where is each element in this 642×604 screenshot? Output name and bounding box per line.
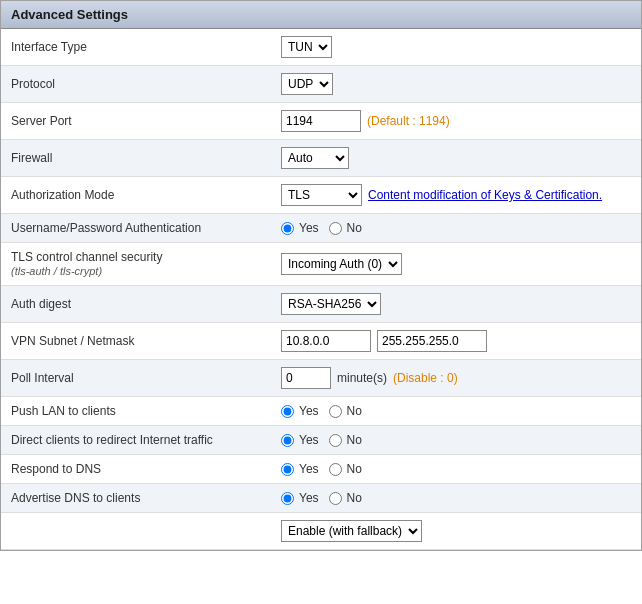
table-row: Username/Password AuthenticationYesNo <box>1 214 641 243</box>
label-server-port: Server Port <box>1 103 271 140</box>
value-last-setting: Enable (with fallback)DisableEnable <box>271 513 641 550</box>
radio-push-lan-no[interactable] <box>329 405 342 418</box>
value-authorization-mode: TLSStatic KeyNoneContent modification of… <box>271 177 641 214</box>
input-server-port[interactable] <box>281 110 361 132</box>
value-auth-digest: RSA-SHA256SHA1SHA256SHA512 <box>271 286 641 323</box>
table-row: Respond to DNSYesNo <box>1 455 641 484</box>
table-row: TLS control channel security(tls-auth / … <box>1 243 641 286</box>
value-interface-type: TUNTAP <box>271 29 641 66</box>
radio-redirect-internet-no[interactable] <box>329 434 342 447</box>
label-poll-interval: Poll Interval <box>1 360 271 397</box>
table-row: VPN Subnet / Netmask <box>1 323 641 360</box>
radio-label-push-lan-yes[interactable]: Yes <box>281 404 319 418</box>
label-authorization-mode: Authorization Mode <box>1 177 271 214</box>
value-advertise-dns: YesNo <box>271 484 641 513</box>
label-advertise-dns: Advertise DNS to clients <box>1 484 271 513</box>
table-row: FirewallAutoNoneCustom <box>1 140 641 177</box>
radio-label-respond-dns-no[interactable]: No <box>329 462 362 476</box>
value-redirect-internet: YesNo <box>271 426 641 455</box>
label-auth-digest: Auth digest <box>1 286 271 323</box>
select-auth-digest[interactable]: RSA-SHA256SHA1SHA256SHA512 <box>281 293 381 315</box>
value-vpn-subnet <box>271 323 641 360</box>
value-server-port: (Default : 1194) <box>271 103 641 140</box>
table-row: Auth digestRSA-SHA256SHA1SHA256SHA512 <box>1 286 641 323</box>
table-row: Interface TypeTUNTAP <box>1 29 641 66</box>
label-firewall: Firewall <box>1 140 271 177</box>
table-row: Enable (with fallback)DisableEnable <box>1 513 641 550</box>
select-authorization-mode[interactable]: TLSStatic KeyNone <box>281 184 362 206</box>
panel-title: Advanced Settings <box>1 1 641 29</box>
label-interface-type: Interface Type <box>1 29 271 66</box>
label-push-lan: Push LAN to clients <box>1 397 271 426</box>
radio-push-lan-yes[interactable] <box>281 405 294 418</box>
select-protocol[interactable]: UDPTCP <box>281 73 333 95</box>
radio-label-username-password-auth-no[interactable]: No <box>329 221 362 235</box>
radio-username-password-auth-no[interactable] <box>329 222 342 235</box>
label-username-password-auth: Username/Password Authentication <box>1 214 271 243</box>
value-poll-interval: minute(s) (Disable : 0) <box>271 360 641 397</box>
value-push-lan: YesNo <box>271 397 641 426</box>
value-respond-dns: YesNo <box>271 455 641 484</box>
table-row: Authorization ModeTLSStatic KeyNoneConte… <box>1 177 641 214</box>
table-row: Direct clients to redirect Internet traf… <box>1 426 641 455</box>
label-respond-dns: Respond to DNS <box>1 455 271 484</box>
value-username-password-auth: YesNo <box>271 214 641 243</box>
link-authorization-mode[interactable]: Content modification of Keys & Certifica… <box>368 188 602 202</box>
radio-label-redirect-internet-yes[interactable]: Yes <box>281 433 319 447</box>
label-tls-control-channel: TLS control channel security(tls-auth / … <box>1 243 271 286</box>
table-row: ProtocolUDPTCP <box>1 66 641 103</box>
select-tls-control-channel[interactable]: Incoming Auth (0)Outgoing Auth (1)None <box>281 253 402 275</box>
label-redirect-internet: Direct clients to redirect Internet traf… <box>1 426 271 455</box>
hint2-text: (Disable : 0) <box>393 371 458 385</box>
radio-label-advertise-dns-yes[interactable]: Yes <box>281 491 319 505</box>
label-protocol: Protocol <box>1 66 271 103</box>
input-vpn-subnet-subnet[interactable] <box>281 330 371 352</box>
select-interface-type[interactable]: TUNTAP <box>281 36 332 58</box>
table-row: Push LAN to clientsYesNo <box>1 397 641 426</box>
table-row: Advertise DNS to clientsYesNo <box>1 484 641 513</box>
radio-advertise-dns-yes[interactable] <box>281 492 294 505</box>
advanced-settings-panel: Advanced Settings Interface TypeTUNTAPPr… <box>0 0 642 551</box>
input-poll-interval[interactable] <box>281 367 331 389</box>
label-vpn-subnet: VPN Subnet / Netmask <box>1 323 271 360</box>
radio-label-push-lan-no[interactable]: No <box>329 404 362 418</box>
radio-respond-dns-yes[interactable] <box>281 463 294 476</box>
unit-text: minute(s) <box>337 371 387 385</box>
select-firewall[interactable]: AutoNoneCustom <box>281 147 349 169</box>
radio-advertise-dns-no[interactable] <box>329 492 342 505</box>
input-vpn-subnet-netmask[interactable] <box>377 330 487 352</box>
radio-label-respond-dns-yes[interactable]: Yes <box>281 462 319 476</box>
radio-redirect-internet-yes[interactable] <box>281 434 294 447</box>
select-last-setting[interactable]: Enable (with fallback)DisableEnable <box>281 520 422 542</box>
radio-label-advertise-dns-no[interactable]: No <box>329 491 362 505</box>
radio-respond-dns-no[interactable] <box>329 463 342 476</box>
value-protocol: UDPTCP <box>271 66 641 103</box>
value-firewall: AutoNoneCustom <box>271 140 641 177</box>
radio-label-redirect-internet-no[interactable]: No <box>329 433 362 447</box>
radio-label-username-password-auth-yes[interactable]: Yes <box>281 221 319 235</box>
table-row: Poll Intervalminute(s) (Disable : 0) <box>1 360 641 397</box>
value-tls-control-channel: Incoming Auth (0)Outgoing Auth (1)None <box>271 243 641 286</box>
label-last-setting <box>1 513 271 550</box>
hint-text: (Default : 1194) <box>367 114 450 128</box>
radio-username-password-auth-yes[interactable] <box>281 222 294 235</box>
settings-table: Interface TypeTUNTAPProtocolUDPTCPServer… <box>1 29 641 550</box>
table-row: Server Port(Default : 1194) <box>1 103 641 140</box>
